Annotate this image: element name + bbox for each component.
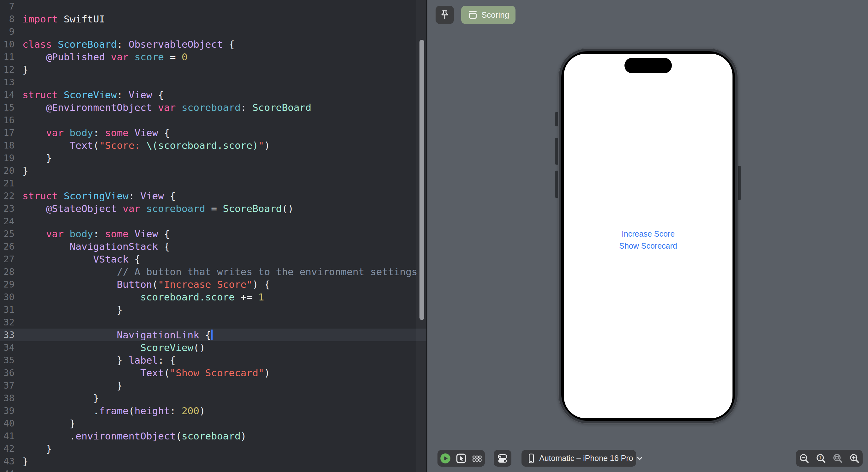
live-preview-play-button[interactable] xyxy=(440,453,451,464)
line-number[interactable]: 20 xyxy=(0,164,14,177)
code-line[interactable]: 28 // A button that writes to the enviro… xyxy=(0,265,427,278)
zoom-in-button[interactable] xyxy=(849,453,860,464)
preview-tab-scoring[interactable]: Scoring xyxy=(461,6,516,24)
code-line[interactable]: 37 } xyxy=(0,379,427,392)
code-editor[interactable]: 78import SwiftUI910class ScoreBoard: Obs… xyxy=(0,0,427,472)
line-number[interactable]: 34 xyxy=(0,341,14,354)
line-number[interactable]: 10 xyxy=(0,38,14,51)
code-line[interactable]: 34 ScoreView() xyxy=(0,341,427,354)
code-line[interactable]: 21 xyxy=(0,177,427,189)
line-number[interactable]: 16 xyxy=(0,114,14,126)
code-line[interactable]: 14struct ScoreView: View { xyxy=(0,88,427,101)
code-line[interactable]: 41 .environmentObject(scoreboard) xyxy=(0,430,427,442)
line-number[interactable]: 13 xyxy=(0,76,14,88)
line-number[interactable]: 40 xyxy=(0,417,14,430)
code-line[interactable]: 12} xyxy=(0,63,427,76)
code-line[interactable]: 24 xyxy=(0,215,427,228)
zoom-out-button[interactable] xyxy=(799,453,810,464)
code-line[interactable]: 40 } xyxy=(0,417,427,430)
code-line[interactable]: 30 scoreboard.score += 1 xyxy=(0,291,427,303)
show-scorecard-button[interactable]: Show Scorecard xyxy=(564,241,733,250)
code-line[interactable]: 42 } xyxy=(0,442,427,455)
code-line[interactable]: 23 @StateObject var scoreboard = ScoreBo… xyxy=(0,202,427,215)
line-number[interactable]: 42 xyxy=(0,442,14,455)
zoom-to-fit-icon xyxy=(832,453,843,464)
code-line[interactable]: 43} xyxy=(0,455,427,468)
line-number[interactable]: 17 xyxy=(0,126,14,139)
line-number[interactable]: 12 xyxy=(0,63,14,76)
iphone-preview-device: Increase Score Show Scorecard xyxy=(558,48,738,424)
code-line[interactable]: 20} xyxy=(0,164,427,177)
line-number[interactable]: 24 xyxy=(0,215,14,228)
code-line[interactable]: 8import SwiftUI xyxy=(0,12,427,25)
archive-box-icon xyxy=(467,9,478,20)
line-number[interactable]: 28 xyxy=(0,265,14,278)
code-line[interactable]: 11 @Published var score = 0 xyxy=(0,51,427,63)
line-number[interactable]: 19 xyxy=(0,152,14,164)
zoom-actual-size-button[interactable]: 1 xyxy=(815,453,827,464)
code-line[interactable]: 27 VStack { xyxy=(0,253,427,265)
line-number[interactable]: 22 xyxy=(0,189,14,202)
line-number[interactable]: 29 xyxy=(0,278,14,291)
line-number[interactable]: 26 xyxy=(0,240,14,253)
line-number[interactable]: 15 xyxy=(0,101,14,114)
selectable-mode-button[interactable] xyxy=(456,453,467,464)
code-line[interactable]: 19 } xyxy=(0,152,427,164)
device-selector[interactable]: Automatic – iPhone 16 Pro xyxy=(522,450,636,467)
line-number[interactable]: 38 xyxy=(0,392,14,404)
code-line[interactable]: 18 Text("Score: \(scoreboard.score)") xyxy=(0,139,427,152)
code-line[interactable]: 35 } label: { xyxy=(0,354,427,366)
iphone-screen: Increase Score Show Scorecard xyxy=(564,54,733,418)
line-number[interactable]: 35 xyxy=(0,354,14,366)
code-line[interactable]: 22struct ScoringView: View { xyxy=(0,189,427,202)
line-number[interactable]: 31 xyxy=(0,303,14,316)
zoom-actual-size-icon: 1 xyxy=(815,453,827,464)
editor-scrollbar[interactable] xyxy=(420,40,424,320)
device-settings-button[interactable] xyxy=(497,453,508,464)
dynamic-island xyxy=(624,58,672,73)
line-number[interactable]: 14 xyxy=(0,88,14,101)
code-line[interactable]: 39 .frame(height: 200) xyxy=(0,404,427,417)
line-number[interactable]: 18 xyxy=(0,139,14,152)
code-line[interactable]: 38 } xyxy=(0,392,427,404)
code-line[interactable]: 10class ScoreBoard: ObservableObject { xyxy=(0,38,427,51)
line-number[interactable]: 30 xyxy=(0,291,14,303)
code-line[interactable]: 9 xyxy=(0,25,427,38)
code-line[interactable]: 15 @EnvironmentObject var scoreboard: Sc… xyxy=(0,101,427,114)
line-number[interactable]: 36 xyxy=(0,366,14,379)
line-number[interactable]: 39 xyxy=(0,404,14,417)
code-line[interactable]: 31 } xyxy=(0,303,427,316)
increase-score-button[interactable]: Increase Score xyxy=(564,229,733,238)
variants-grid-icon xyxy=(471,453,483,464)
code-line[interactable]: 29 Button("Increase Score") { xyxy=(0,278,427,291)
code-line[interactable]: 17 var body: some View { xyxy=(0,126,427,139)
code-line[interactable]: 32 xyxy=(0,316,427,329)
line-number[interactable]: 8 xyxy=(0,12,14,25)
line-number[interactable]: 11 xyxy=(0,51,14,63)
code-line[interactable]: 33 NavigationLink { xyxy=(0,329,427,341)
code-line[interactable]: 16 xyxy=(0,114,427,126)
code-line[interactable]: 44 xyxy=(0,468,427,472)
line-number[interactable]: 41 xyxy=(0,430,14,442)
line-number[interactable]: 25 xyxy=(0,228,14,240)
variants-grid-button[interactable] xyxy=(471,453,483,464)
code-line[interactable]: 25 var body: some View { xyxy=(0,228,427,240)
line-number[interactable]: 44 xyxy=(0,468,14,472)
line-number[interactable]: 23 xyxy=(0,202,14,215)
code-line[interactable]: 13 xyxy=(0,76,427,88)
line-number[interactable]: 9 xyxy=(0,25,14,38)
pin-preview-button[interactable] xyxy=(436,6,454,24)
code-line[interactable]: 36 Text("Show Scorecard") xyxy=(0,366,427,379)
line-number[interactable]: 33 xyxy=(0,329,14,341)
line-number[interactable]: 37 xyxy=(0,379,14,392)
code-line[interactable]: 7 xyxy=(0,0,427,12)
zoom-to-fit-button[interactable] xyxy=(832,453,843,464)
code-line[interactable]: 26 NavigationStack { xyxy=(0,240,427,253)
line-number[interactable]: 21 xyxy=(0,177,14,189)
line-number[interactable]: 43 xyxy=(0,455,14,468)
line-number[interactable]: 32 xyxy=(0,316,14,329)
line-number[interactable]: 7 xyxy=(0,0,14,12)
zoom-controls-group: 1 xyxy=(796,450,863,467)
line-number[interactable]: 27 xyxy=(0,253,14,265)
svg-text:1: 1 xyxy=(819,455,822,460)
